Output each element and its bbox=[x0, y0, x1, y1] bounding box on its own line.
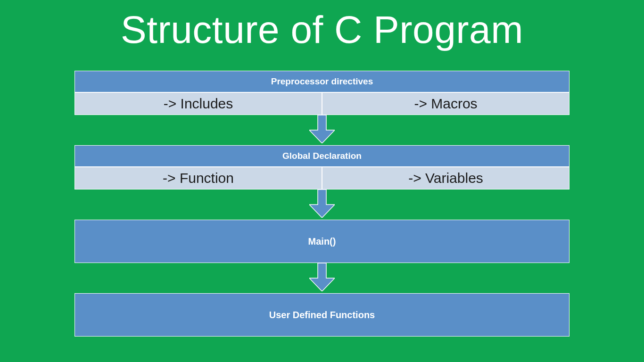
preprocessor-includes: -> Includes bbox=[74, 92, 322, 115]
preprocessor-header: Preprocessor directives bbox=[74, 71, 570, 92]
main-label: Main() bbox=[74, 220, 570, 263]
global-header: Global Declaration bbox=[74, 145, 570, 167]
arrow-down-icon bbox=[309, 115, 335, 143]
global-subrow: -> Function -> Variables bbox=[74, 167, 570, 189]
arrow-down-icon bbox=[309, 189, 335, 218]
block-main: Main() bbox=[74, 220, 570, 263]
preprocessor-subrow: -> Includes -> Macros bbox=[74, 92, 570, 115]
global-function: -> Function bbox=[74, 167, 322, 189]
arrow-down-icon bbox=[309, 263, 335, 291]
page-title: Structure of C Program bbox=[0, 0, 644, 52]
diagram-canvas: Structure of C Program Preprocessor dire… bbox=[0, 0, 644, 362]
block-preprocessor: Preprocessor directives -> Includes -> M… bbox=[74, 71, 570, 115]
udf-label: User Defined Functions bbox=[74, 293, 570, 337]
block-udf: User Defined Functions bbox=[74, 293, 570, 337]
preprocessor-macros: -> Macros bbox=[322, 92, 570, 115]
global-variables: -> Variables bbox=[322, 167, 570, 189]
block-global: Global Declaration -> Function -> Variab… bbox=[74, 145, 570, 189]
